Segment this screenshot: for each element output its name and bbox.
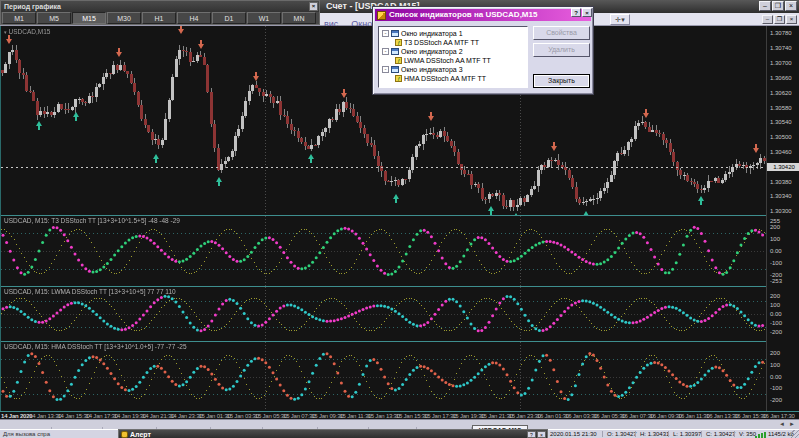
period-button-h4[interactable]: H4	[177, 12, 211, 24]
price-scale[interactable]: 1.307801.307401.307001.306601.306201.305…	[766, 26, 799, 411]
price-tick: 1.30740	[770, 45, 792, 51]
indicator-icon: f	[395, 75, 402, 82]
tree-window-label: Окно индикатора 1	[401, 30, 463, 37]
resize-grip[interactable]	[791, 430, 799, 438]
price-tick: 1.30460	[770, 149, 792, 155]
metatrader-window: Счет - [USDCAD,M15] – ❐ × висОкноСправка…	[0, 0, 799, 438]
alert-title: Алерт	[130, 430, 151, 438]
period-button-h1[interactable]: H1	[142, 12, 176, 24]
alert-close-icon[interactable]: ×	[537, 431, 546, 438]
dialog-close-icon[interactable]: ×	[582, 8, 592, 17]
collapse-icon[interactable]: -	[382, 66, 389, 73]
price-tick: 1.30780	[770, 30, 792, 36]
indicator-tick: 100	[770, 236, 780, 242]
tree-indicator-row[interactable]: fT3 DSStoch AA MTF TT	[381, 38, 527, 47]
time-axis[interactable]: 14 Jan 202014 Jan 13:3014 Jan 15:3014 Ja…	[0, 411, 799, 419]
indicator-tick: 200	[770, 224, 780, 230]
period-button-m1[interactable]: M1	[2, 12, 36, 24]
period-button-m30[interactable]: M30	[107, 12, 141, 24]
properties-button[interactable]: Свойства	[533, 26, 590, 40]
indicator-tick: 200	[770, 350, 780, 356]
delete-button[interactable]: Удалить	[533, 43, 590, 57]
tree-indicator-row[interactable]: fLWMA DSStoch AA MTF TT	[381, 56, 527, 65]
status-field-5: C: 1.30427	[701, 431, 731, 437]
period-toolbar-titlebar[interactable]: Период графика ×	[1, 1, 319, 12]
chart-symbol-label: ▾USDCAD,M15	[4, 28, 50, 35]
restore-button[interactable]: ❐	[772, 1, 784, 11]
period-button-m5[interactable]: M5	[37, 12, 71, 24]
indicator-pane-3[interactable]: USDCAD, M15: HMA DSStoch TT [13+3+10^1.0…	[1, 341, 766, 411]
child-restore-button[interactable]: ❐	[774, 15, 785, 24]
dialog-titlebar[interactable]: Список индикаторов на USDCAD,M15	[375, 9, 591, 21]
period-button-w1[interactable]: W1	[247, 12, 281, 24]
indicator-icon: f	[395, 57, 402, 64]
dialog-icon	[377, 11, 386, 20]
tab-scroll-arrows: ◄►	[777, 421, 797, 427]
status-field-4: L: 1.30397	[668, 431, 698, 437]
indicator-tick: -100	[770, 320, 782, 326]
status-field-6: V: 350	[734, 431, 754, 437]
price-tick: 1.30660	[770, 75, 792, 81]
connection-bars-icon	[755, 432, 766, 438]
status-field-1: 2020.01.15 21:30	[545, 431, 599, 437]
price-tick: 1.30340	[770, 193, 792, 199]
indicator-pane-label: USDCAD, M15: HMA DSStoch TT [13+3+10^1.0…	[4, 343, 187, 350]
cursor-tool-button[interactable]: ✛▾	[610, 14, 630, 25]
indicator-tick: -200	[770, 272, 782, 278]
close-button[interactable]: ×	[785, 1, 797, 11]
indicator-icon: f	[395, 39, 402, 46]
indicator-tick: -100	[770, 260, 782, 266]
status-field-2: O: 1.30427	[602, 431, 632, 437]
indicator-canvas-2[interactable]	[1, 287, 766, 341]
status-help-text: Для вызова спра	[3, 431, 50, 437]
period-button-d1[interactable]: D1	[212, 12, 246, 24]
indicator-tick: -253	[770, 278, 782, 284]
child-minimize-button[interactable]: –	[762, 15, 773, 24]
period-toolbar[interactable]: Период графика × M1M5M15M30H1H4D1W1MN	[0, 0, 320, 25]
tree-indicator-row[interactable]: fHMA DSStoch AA MTF TT	[381, 74, 527, 83]
minimize-button[interactable]: –	[759, 1, 771, 11]
indicator-tick: -100	[770, 385, 782, 391]
dialog-title: Список индикаторов на USDCAD,M15	[389, 10, 537, 19]
price-tick: 1.30380	[770, 179, 792, 185]
period-button-m15[interactable]: M15	[72, 12, 106, 24]
price-tick: 1.30500	[770, 134, 792, 140]
current-price-label: 1.30420	[767, 163, 799, 171]
indicator-canvas-3[interactable]	[1, 342, 766, 411]
indicator-canvas-1[interactable]	[1, 216, 766, 286]
alert-window[interactable]: Алерт ? ×	[118, 429, 548, 438]
tree-window-row[interactable]: -Окно индикатора 2	[381, 47, 527, 56]
tab-scroll-left-icon[interactable]: ◄	[777, 421, 787, 427]
period-toolbar-title: Период графика	[4, 3, 61, 10]
price-tick: 1.30620	[770, 90, 792, 96]
price-tick: 1.30540	[770, 119, 792, 125]
indicator-pane-1[interactable]: USDCAD, M15: T3 DSStoch TT [13+3+10^1.5+…	[1, 215, 766, 286]
indicator-window-icon	[391, 30, 399, 37]
indicator-tick: 100	[770, 302, 780, 308]
tab-scroll-right-icon[interactable]: ►	[787, 421, 797, 427]
tree-window-row[interactable]: -Окно индикатора 1	[381, 29, 527, 38]
chart-expand-icon[interactable]: ▾	[4, 29, 7, 35]
tree-indicator-label: HMA DSStoch AA MTF TT	[404, 75, 486, 82]
indicator-tick: 200	[770, 293, 780, 299]
period-toolbar-close-icon[interactable]: ×	[309, 2, 318, 11]
indicator-tick: 100	[770, 362, 780, 368]
indicator-tree[interactable]: -Окно индикатора 1fT3 DSStoch AA MTF TT-…	[378, 26, 528, 88]
alert-help-button[interactable]: ?	[527, 431, 536, 438]
dialog-help-button[interactable]: ?	[571, 8, 581, 17]
tree-window-label: Окно индикатора 3	[401, 66, 463, 73]
indicator-window-icon	[391, 48, 399, 55]
period-button-mn[interactable]: MN	[282, 12, 316, 24]
price-tick: 1.30700	[770, 60, 792, 66]
indicator-tick: 0.00	[770, 311, 782, 317]
collapse-icon[interactable]: -	[382, 48, 389, 55]
child-close-button[interactable]: ×	[786, 15, 797, 24]
tree-indicator-label: T3 DSStoch AA MTF TT	[404, 39, 479, 46]
collapse-icon[interactable]: -	[382, 30, 389, 37]
indicator-tick: 255	[770, 218, 780, 224]
tree-window-row[interactable]: -Окно индикатора 3	[381, 65, 527, 74]
indicator-tick: -200	[770, 329, 782, 335]
close-dialog-button[interactable]: Закрыть	[533, 74, 590, 88]
indicator-pane-2[interactable]: USDCAD, M15: LWMA DSStoch TT [13+3+10+5]…	[1, 286, 766, 341]
tree-indicator-label: LWMA DSStoch AA MTF TT	[404, 57, 491, 64]
